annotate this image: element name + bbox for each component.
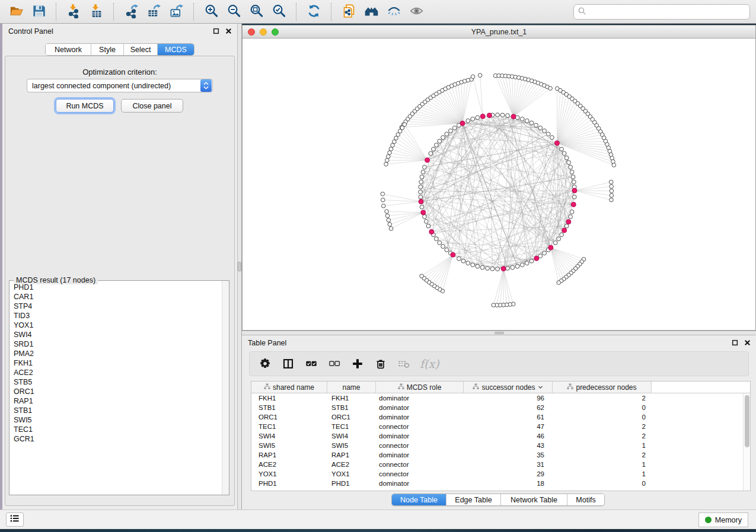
vertical-splitter[interactable]	[237, 24, 242, 509]
mcds-result-item[interactable]: PHD1	[10, 283, 221, 292]
close-panel-button[interactable]: Close panel	[121, 99, 183, 113]
window-minimize-icon[interactable]	[260, 28, 267, 36]
horizontal-splitter-handle[interactable]	[495, 332, 504, 334]
run-mcds-button[interactable]: Run MCDS	[56, 99, 114, 113]
trash-icon[interactable]	[374, 357, 388, 371]
table-cell: 0	[553, 412, 652, 422]
float-window-icon[interactable]	[731, 339, 739, 347]
column-header-successor-nodes[interactable]: successor nodes	[464, 382, 553, 393]
mcds-result-item[interactable]: TID3	[10, 311, 221, 321]
table-row[interactable]: SWI4SWI4dominator462	[251, 431, 750, 441]
hide-vision-button[interactable]	[382, 2, 405, 21]
eye-button[interactable]	[405, 2, 428, 21]
table-row[interactable]: ACE2ACE2connector311	[251, 460, 750, 469]
mcds-result-item[interactable]: STB5	[10, 377, 221, 387]
table-header-row: shared namenameMCDS rolesuccessor nodesp…	[251, 382, 750, 393]
table-cell: 1	[553, 469, 652, 479]
binoculars-button[interactable]	[360, 2, 382, 21]
column-header-MCDS-role[interactable]: MCDS role	[376, 382, 464, 393]
search-input[interactable]	[586, 6, 749, 18]
table-row[interactable]: STB1STB1dominator620	[251, 403, 750, 412]
mcds-result-item[interactable]: GCR1	[10, 434, 221, 444]
deselect-all-icon[interactable]	[327, 357, 342, 371]
mcds-result-item[interactable]: SRD1	[10, 339, 221, 349]
tab-node-table[interactable]: Node Table	[392, 494, 446, 505]
close-panel-icon[interactable]	[225, 27, 232, 35]
optimization-criterion-select[interactable]: largest connected component (undirected)	[27, 79, 213, 92]
tab-motifs[interactable]: Motifs	[567, 494, 604, 505]
result-list-scrollbar[interactable]	[222, 281, 229, 495]
tree-icon	[264, 383, 270, 392]
open-folder-button[interactable]	[5, 2, 27, 21]
table-cell: 46	[464, 431, 553, 441]
tab-edge-table[interactable]: Edge Table	[446, 494, 501, 505]
column-header-name[interactable]: name	[327, 382, 376, 393]
share-document-button[interactable]	[337, 2, 360, 21]
node-table: shared namenameMCDS rolesuccessor nodesp…	[251, 381, 751, 491]
table-row[interactable]: FKH1FKH1dominator962	[251, 393, 750, 403]
network-canvas[interactable]	[243, 39, 755, 330]
zoom-in-button[interactable]	[200, 2, 222, 21]
float-window-icon[interactable]	[212, 27, 220, 35]
refresh-button[interactable]	[302, 2, 325, 21]
table-scrollbar-thumb[interactable]	[745, 395, 749, 447]
task-history-button[interactable]	[6, 512, 24, 527]
mcds-result-item[interactable]: STP4	[10, 302, 221, 311]
column-label: shared name	[273, 383, 314, 392]
zoom-selected-button[interactable]	[267, 2, 290, 21]
table-cell: RAP1	[251, 450, 327, 460]
zoom-out-button[interactable]	[222, 2, 245, 21]
close-panel-icon[interactable]	[744, 339, 751, 347]
table-row[interactable]: PHD1PHD1dominator180	[251, 479, 750, 488]
import-network-button[interactable]	[62, 2, 85, 21]
mcds-result-item[interactable]: ORC1	[10, 387, 221, 396]
add-icon[interactable]	[350, 357, 365, 371]
vertical-splitter-handle[interactable]	[238, 262, 241, 271]
export-table-button[interactable]	[142, 2, 165, 21]
export-network-button[interactable]	[120, 2, 142, 21]
gear-icon[interactable]	[258, 357, 272, 371]
mcds-result-list: PHD1CAR1STP4TID3YOX1SWI4SRD1PMA2FKH1ACE2…	[10, 283, 221, 494]
tab-network[interactable]: Network	[46, 44, 91, 55]
table-row[interactable]: ORC1ORC1dominator610	[251, 412, 750, 422]
table-cell: 35	[464, 450, 553, 460]
mcds-result-item[interactable]: SWI5	[10, 415, 221, 425]
export-image-button[interactable]	[165, 2, 187, 21]
table-row[interactable]: TEC1TEC1connector472	[251, 422, 750, 431]
mcds-result-item[interactable]: PMA2	[10, 349, 221, 358]
mcds-result-item[interactable]: YOX1	[10, 321, 221, 330]
column-header-shared-name[interactable]: shared name	[251, 382, 327, 393]
network-graph[interactable]	[243, 39, 755, 330]
window-maximize-icon[interactable]	[272, 28, 279, 36]
table-row[interactable]: RAP1RAP1dominator352	[251, 450, 750, 460]
table-row[interactable]: YOX1YOX1connector291	[251, 469, 750, 479]
table-row[interactable]: SWI5SWI5connector431	[251, 441, 750, 450]
save-button[interactable]	[27, 2, 50, 21]
column-header-predecessor-nodes[interactable]: predecessor nodes	[553, 382, 652, 393]
mcds-result-item[interactable]: STB1	[10, 406, 221, 415]
memory-button[interactable]: Memory	[698, 512, 748, 527]
mcds-result-item[interactable]: RAP1	[10, 396, 221, 406]
table-cell: ORC1	[251, 412, 327, 422]
mcds-result-item[interactable]: SWI4	[10, 330, 221, 339]
status-bar: Memory	[0, 509, 756, 529]
window-close-icon[interactable]	[248, 28, 255, 36]
mcds-result-item[interactable]: TEC1	[10, 425, 221, 434]
tab-style[interactable]: Style	[91, 44, 124, 55]
mcds-result-item[interactable]: CAR1	[10, 292, 221, 302]
zoom-fit-button[interactable]	[245, 2, 267, 21]
mcds-result-item[interactable]: FKH1	[10, 358, 221, 368]
mcds-result-item[interactable]: ACE2	[10, 368, 221, 377]
horizontal-splitter[interactable]	[242, 331, 756, 335]
tab-mcds[interactable]: MCDS	[158, 44, 194, 55]
table-cell: ACE2	[251, 460, 327, 469]
select-all-icon[interactable]	[304, 357, 318, 371]
column-icon[interactable]	[281, 357, 295, 371]
tab-network-table[interactable]: Network Table	[501, 494, 567, 505]
table-cell: 0	[553, 479, 652, 488]
search-box[interactable]	[573, 4, 750, 20]
table-scrollbar[interactable]	[743, 393, 750, 491]
import-table-button[interactable]	[85, 2, 107, 21]
tab-select[interactable]: Select	[124, 44, 158, 55]
zoom-in-icon	[204, 4, 219, 20]
